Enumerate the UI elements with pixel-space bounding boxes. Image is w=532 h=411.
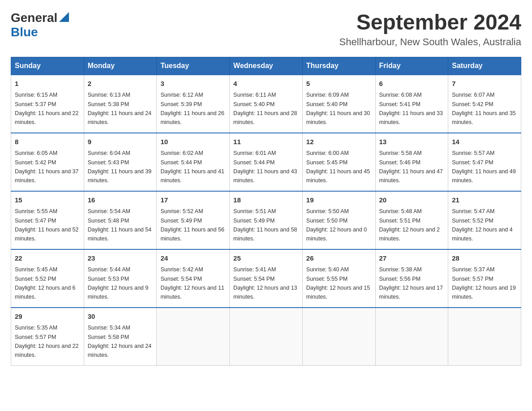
calendar-cell: 6Sunrise: 6:08 AMSunset: 5:41 PMDaylight… xyxy=(375,75,448,133)
week-row-2: 8Sunrise: 6:05 AMSunset: 5:42 PMDaylight… xyxy=(11,133,521,191)
day-number: 6 xyxy=(379,79,445,89)
calendar-cell: 14Sunrise: 5:57 AMSunset: 5:47 PMDayligh… xyxy=(448,133,521,191)
calendar-cell: 28Sunrise: 5:37 AMSunset: 5:57 PMDayligh… xyxy=(448,249,521,308)
calendar-cell: 7Sunrise: 6:07 AMSunset: 5:42 PMDaylight… xyxy=(448,75,521,133)
week-row-5: 29Sunrise: 5:35 AMSunset: 5:57 PMDayligh… xyxy=(11,308,521,366)
calendar-cell xyxy=(157,308,230,366)
day-number: 22 xyxy=(15,253,80,264)
day-number: 24 xyxy=(160,253,226,264)
day-info: Sunrise: 6:05 AMSunset: 5:42 PMDaylight:… xyxy=(15,150,78,184)
day-number: 15 xyxy=(15,195,80,206)
day-info: Sunrise: 5:34 AMSunset: 5:58 PMDaylight:… xyxy=(88,325,151,358)
day-info: Sunrise: 6:09 AMSunset: 5:40 PMDaylight:… xyxy=(306,92,370,125)
day-info: Sunrise: 5:58 AMSunset: 5:46 PMDaylight:… xyxy=(379,150,443,184)
day-number: 2 xyxy=(88,79,153,89)
day-number: 1 xyxy=(15,79,80,89)
day-number: 14 xyxy=(452,137,517,147)
calendar-header-row: SundayMondayTuesdayWednesdayThursdayFrid… xyxy=(11,57,521,75)
day-info: Sunrise: 6:00 AMSunset: 5:45 PMDaylight:… xyxy=(306,150,370,184)
day-header-tuesday: Tuesday xyxy=(157,57,230,75)
day-number: 13 xyxy=(379,137,445,147)
calendar-cell: 30Sunrise: 5:34 AMSunset: 5:58 PMDayligh… xyxy=(84,308,157,366)
day-info: Sunrise: 6:01 AMSunset: 5:44 PMDaylight:… xyxy=(233,150,297,184)
day-number: 3 xyxy=(160,79,226,89)
day-info: Sunrise: 5:35 AMSunset: 5:57 PMDaylight:… xyxy=(15,325,78,358)
logo-triangle-icon xyxy=(59,12,69,22)
calendar-cell: 15Sunrise: 5:55 AMSunset: 5:47 PMDayligh… xyxy=(11,191,84,249)
month-title: September 2024 xyxy=(339,11,521,34)
calendar-cell: 24Sunrise: 5:42 AMSunset: 5:54 PMDayligh… xyxy=(157,249,230,308)
calendar-cell: 29Sunrise: 5:35 AMSunset: 5:57 PMDayligh… xyxy=(11,308,84,366)
day-info: Sunrise: 5:44 AMSunset: 5:53 PMDaylight:… xyxy=(88,266,149,300)
calendar-cell: 21Sunrise: 5:47 AMSunset: 5:52 PMDayligh… xyxy=(448,191,521,249)
calendar-cell: 9Sunrise: 6:04 AMSunset: 5:43 PMDaylight… xyxy=(84,133,157,191)
day-number: 8 xyxy=(15,137,80,147)
day-info: Sunrise: 5:52 AMSunset: 5:49 PMDaylight:… xyxy=(160,208,224,242)
day-info: Sunrise: 6:07 AMSunset: 5:42 PMDaylight:… xyxy=(452,92,515,125)
day-info: Sunrise: 5:54 AMSunset: 5:48 PMDaylight:… xyxy=(88,208,151,242)
day-info: Sunrise: 5:45 AMSunset: 5:52 PMDaylight:… xyxy=(15,266,76,300)
calendar-cell: 11Sunrise: 6:01 AMSunset: 5:44 PMDayligh… xyxy=(230,133,303,191)
day-number: 5 xyxy=(306,79,372,89)
week-row-1: 1Sunrise: 6:15 AMSunset: 5:37 PMDaylight… xyxy=(11,75,521,133)
day-info: Sunrise: 5:47 AMSunset: 5:52 PMDaylight:… xyxy=(452,208,513,242)
day-info: Sunrise: 6:15 AMSunset: 5:37 PMDaylight:… xyxy=(15,92,78,125)
calendar-cell: 25Sunrise: 5:41 AMSunset: 5:54 PMDayligh… xyxy=(230,249,303,308)
calendar-cell: 18Sunrise: 5:51 AMSunset: 5:49 PMDayligh… xyxy=(230,191,303,249)
calendar-cell: 12Sunrise: 6:00 AMSunset: 5:45 PMDayligh… xyxy=(302,133,375,191)
day-info: Sunrise: 5:41 AMSunset: 5:54 PMDaylight:… xyxy=(233,266,297,300)
day-number: 23 xyxy=(88,253,153,264)
day-header-wednesday: Wednesday xyxy=(230,57,303,75)
title-section: September 2024 Shellharbour, New South W… xyxy=(339,11,521,48)
day-info: Sunrise: 5:37 AMSunset: 5:57 PMDaylight:… xyxy=(452,266,515,300)
calendar-cell: 22Sunrise: 5:45 AMSunset: 5:52 PMDayligh… xyxy=(11,249,84,308)
day-header-saturday: Saturday xyxy=(448,57,521,75)
day-number: 17 xyxy=(160,195,226,206)
calendar-cell xyxy=(230,308,303,366)
calendar-cell: 2Sunrise: 6:13 AMSunset: 5:38 PMDaylight… xyxy=(84,75,157,133)
day-number: 9 xyxy=(88,137,153,147)
week-row-4: 22Sunrise: 5:45 AMSunset: 5:52 PMDayligh… xyxy=(11,249,521,308)
day-number: 20 xyxy=(379,195,445,206)
day-number: 7 xyxy=(452,79,517,89)
calendar-cell: 13Sunrise: 5:58 AMSunset: 5:46 PMDayligh… xyxy=(375,133,448,191)
week-row-3: 15Sunrise: 5:55 AMSunset: 5:47 PMDayligh… xyxy=(11,191,521,249)
location-title: Shellharbour, New South Wales, Australia xyxy=(339,36,521,48)
day-number: 11 xyxy=(233,137,299,147)
calendar-cell: 4Sunrise: 6:11 AMSunset: 5:40 PMDaylight… xyxy=(230,75,303,133)
calendar-cell: 23Sunrise: 5:44 AMSunset: 5:53 PMDayligh… xyxy=(84,249,157,308)
day-header-monday: Monday xyxy=(84,57,157,75)
day-header-friday: Friday xyxy=(375,57,448,75)
day-info: Sunrise: 6:11 AMSunset: 5:40 PMDaylight:… xyxy=(233,92,297,125)
calendar-cell: 27Sunrise: 5:38 AMSunset: 5:56 PMDayligh… xyxy=(375,249,448,308)
calendar-cell: 19Sunrise: 5:50 AMSunset: 5:50 PMDayligh… xyxy=(302,191,375,249)
logo-blue: Blue xyxy=(11,25,38,39)
day-number: 19 xyxy=(306,195,372,206)
day-number: 21 xyxy=(452,195,517,206)
calendar-cell: 1Sunrise: 6:15 AMSunset: 5:37 PMDaylight… xyxy=(11,75,84,133)
day-number: 29 xyxy=(15,312,80,322)
day-number: 12 xyxy=(306,137,372,147)
day-number: 10 xyxy=(160,137,226,147)
day-number: 25 xyxy=(233,253,299,264)
day-header-sunday: Sunday xyxy=(11,57,84,75)
page-header: General Blue September 2024 Shellharbour… xyxy=(11,11,521,48)
calendar-cell: 17Sunrise: 5:52 AMSunset: 5:49 PMDayligh… xyxy=(157,191,230,249)
day-number: 30 xyxy=(88,312,153,322)
logo: General Blue xyxy=(11,11,69,39)
day-number: 27 xyxy=(379,253,445,264)
calendar-table: SundayMondayTuesdayWednesdayThursdayFrid… xyxy=(11,57,521,366)
day-info: Sunrise: 6:04 AMSunset: 5:43 PMDaylight:… xyxy=(88,150,151,184)
day-info: Sunrise: 5:40 AMSunset: 5:55 PMDaylight:… xyxy=(306,266,370,300)
svg-marker-0 xyxy=(59,12,69,22)
day-number: 28 xyxy=(452,253,517,264)
day-info: Sunrise: 5:57 AMSunset: 5:47 PMDaylight:… xyxy=(452,150,515,184)
day-info: Sunrise: 6:13 AMSunset: 5:38 PMDaylight:… xyxy=(88,92,151,125)
day-number: 4 xyxy=(233,79,299,89)
day-info: Sunrise: 5:38 AMSunset: 5:56 PMDaylight:… xyxy=(379,266,443,300)
logo-general: General xyxy=(11,11,57,25)
day-info: Sunrise: 5:42 AMSunset: 5:54 PMDaylight:… xyxy=(160,266,224,300)
calendar-cell: 10Sunrise: 6:02 AMSunset: 5:44 PMDayligh… xyxy=(157,133,230,191)
calendar-cell: 5Sunrise: 6:09 AMSunset: 5:40 PMDaylight… xyxy=(302,75,375,133)
day-info: Sunrise: 6:12 AMSunset: 5:39 PMDaylight:… xyxy=(160,92,224,125)
